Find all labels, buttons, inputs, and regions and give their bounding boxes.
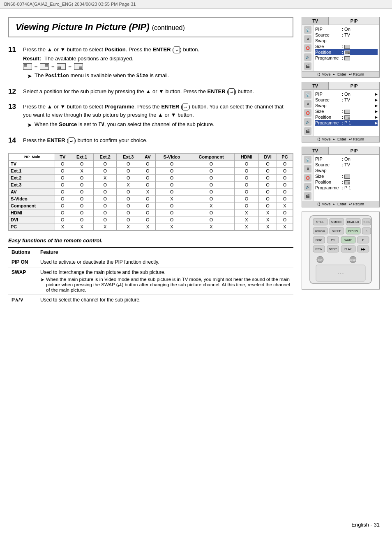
osd-header-1: TV PIP bbox=[302, 17, 379, 25]
table-cell-value: O bbox=[55, 167, 70, 174]
table-cell-value: O bbox=[259, 195, 277, 202]
table-cell-value: X bbox=[70, 223, 94, 230]
table-cell-value: O bbox=[259, 188, 277, 195]
table-cell-value: O bbox=[70, 188, 94, 195]
table-cell-value: O bbox=[55, 195, 70, 202]
svg-text:REW: REW bbox=[316, 248, 323, 251]
table-cell-value: O bbox=[93, 167, 117, 174]
table-cell-label: S-Video bbox=[9, 195, 55, 202]
table-cell-value: O bbox=[234, 181, 258, 188]
pos-tl bbox=[23, 63, 32, 70]
table-cell-value: O bbox=[277, 174, 293, 181]
osd-footer-3: ⟨⟩ Move ↵ Enter ↩ Return bbox=[302, 201, 379, 207]
table-cell-value: O bbox=[188, 181, 234, 188]
osd-icon-screen-3: 🖥 bbox=[304, 165, 311, 173]
table-cell-value: O bbox=[188, 174, 234, 181]
svg-text:▶▶: ▶▶ bbox=[361, 248, 366, 251]
svg-text:ADD/DEL: ADD/DEL bbox=[315, 230, 326, 232]
table-cell-value: O bbox=[70, 202, 94, 209]
osd-row-source-2: Source : TV ▶ bbox=[315, 97, 378, 103]
table-cell-value: O bbox=[234, 167, 258, 174]
table-cell-value: O bbox=[55, 181, 70, 188]
col-dvi: DVI bbox=[259, 153, 277, 160]
table-cell-value: O bbox=[117, 195, 140, 202]
osd-icon-sound-3: 🔊 bbox=[304, 183, 311, 191]
osd-icon-antenna-2: 📡 bbox=[304, 91, 311, 99]
table-cell-label: Ext.3 bbox=[9, 181, 55, 188]
pos-br bbox=[74, 63, 83, 70]
step-11-text: Press the ▲ or ▼ button to select Positi… bbox=[23, 46, 289, 54]
step-11-number: 11 bbox=[8, 46, 23, 54]
table-row: Ext.1OXOOOOOOOO bbox=[9, 167, 293, 174]
step-14: 14 Press the ENTER (↵) button to confirm… bbox=[8, 136, 289, 146]
osd-icon-circle-2: ⭕ bbox=[304, 109, 311, 117]
feature-note: ➤When the main picture is in Video mode … bbox=[40, 277, 290, 292]
table-cell-value: O bbox=[155, 209, 188, 216]
osd-icon-screen-2: 🖥 bbox=[304, 100, 311, 108]
table-cell-label: AV bbox=[9, 188, 55, 195]
col-ext1: Ext.1 bbox=[70, 153, 94, 160]
step-12-text: Select a position for the sub picture by… bbox=[23, 87, 289, 96]
table-cell-value: O bbox=[70, 160, 94, 167]
col-ext3: Ext.3 bbox=[117, 153, 140, 160]
feature-table: Buttons Feature PIP ONUsed to activate o… bbox=[8, 247, 293, 305]
table-cell-value: O bbox=[277, 216, 293, 223]
step-13-text: Press the ▲ or ▼ button to select Progra… bbox=[23, 103, 289, 119]
table-cell-value: O bbox=[140, 167, 156, 174]
table-cell-label: TV bbox=[9, 160, 55, 167]
feature-description: Used to activate or deactivate the PIP f… bbox=[37, 257, 293, 267]
osd-header-3: TV PIP bbox=[302, 147, 379, 155]
feature-col-buttons: Buttons bbox=[8, 247, 37, 257]
osd-icons-3: 📡 🖥 ⭕ 🔊 🎬 bbox=[302, 155, 314, 201]
osd-pip-label-2: PIP bbox=[329, 82, 379, 90]
step-11-result: Result: The available positions are disp… bbox=[23, 55, 289, 62]
osd-icon-sound-2: 🔊 bbox=[304, 118, 311, 126]
col-ext2: Ext.2 bbox=[93, 153, 117, 160]
osd-row-position-1: Position : bbox=[315, 49, 378, 55]
table-cell-value: O bbox=[93, 216, 117, 223]
table-cell-value: O bbox=[93, 160, 117, 167]
remote-section-title: Easy functions of the remote control. bbox=[8, 237, 293, 244]
table-cell-label: DVI bbox=[9, 216, 55, 223]
table-cell-value: O bbox=[70, 174, 94, 181]
table-cell-value: O bbox=[234, 160, 258, 167]
table-cell-value: O bbox=[117, 167, 140, 174]
table-cell-value: O bbox=[55, 188, 70, 195]
svg-text:PC: PC bbox=[331, 239, 335, 242]
step-12-content: Select a position for the sub picture by… bbox=[23, 87, 289, 97]
table-cell-value: O bbox=[140, 216, 156, 223]
step-13-number: 13 bbox=[8, 103, 23, 111]
header-left-text: BN68-00746A(GAIA2_Euro_ENG) 2004/08/23 0… bbox=[4, 2, 136, 7]
osd-header-2: TV PIP bbox=[302, 82, 379, 90]
col-av: AV bbox=[140, 153, 156, 160]
osd-row-swap-3: Swap bbox=[315, 168, 378, 173]
table-cell-value: O bbox=[188, 160, 234, 167]
svg-text:SWAP: SWAP bbox=[344, 239, 353, 242]
table-cell-value: O bbox=[234, 202, 258, 209]
step-14-number: 14 bbox=[8, 136, 23, 145]
step-12: 12 Select a position for the sub picture… bbox=[8, 87, 289, 97]
svg-text:SRS: SRS bbox=[364, 221, 370, 223]
table-cell-value: O bbox=[93, 209, 117, 216]
table-cell-value: O bbox=[155, 167, 188, 174]
title-box: Viewing Picture In Picture (PIP) (contin… bbox=[8, 17, 293, 37]
osd-footer-1: ⟨⟩ Move ↵ Enter ↩ Return bbox=[302, 71, 379, 77]
osd-row-size-1: Size : bbox=[315, 44, 378, 49]
table-cell-value: O bbox=[259, 167, 277, 174]
table-cell-value: O bbox=[93, 195, 117, 202]
list-item: SWAPUsed to interchange the main picture… bbox=[8, 267, 293, 294]
table-cell-value: O bbox=[259, 202, 277, 209]
osd-menu-1: PIP : On Source : TV Swap Size : bbox=[314, 25, 379, 71]
osd-footer-2: ⟨⟩ Move ↵ Enter ↩ Return bbox=[302, 136, 379, 142]
osd-icon-antenna-3: 📡 bbox=[304, 156, 311, 163]
table-cell-value: O bbox=[277, 167, 293, 174]
table-cell-value: X bbox=[259, 209, 277, 216]
table-cell-value: X bbox=[234, 209, 258, 216]
table-cell-value: X bbox=[93, 223, 117, 230]
osd-row-pip-1: PIP : On bbox=[315, 26, 378, 32]
osd-row-swap-1: Swap bbox=[315, 38, 378, 44]
osd-row-position-3: Position : bbox=[315, 179, 378, 185]
table-cell-value: O bbox=[188, 167, 234, 174]
osd-row-pip-3: PIP : On bbox=[315, 156, 378, 162]
svg-text:S.MODE: S.MODE bbox=[331, 221, 342, 223]
